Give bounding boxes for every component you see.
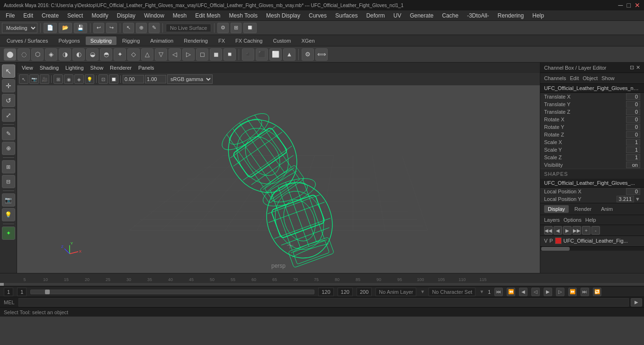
vp-light-btn[interactable]: 💡 (85, 74, 94, 84)
paint-button[interactable]: ✎ (149, 23, 160, 33)
menu-cache[interactable]: Cache (438, 11, 462, 20)
menu-edit-mesh[interactable]: Edit Mesh (191, 11, 224, 20)
layer-scroll-thumb[interactable] (541, 247, 570, 251)
timeline-slider[interactable] (30, 290, 314, 294)
sculpt-sym[interactable]: ⟺ (315, 48, 328, 61)
sculpt-settings[interactable]: ⚙ (302, 48, 314, 61)
range-start-field[interactable]: 1 (17, 288, 27, 296)
tab-options[interactable]: Options (564, 217, 581, 223)
viewport-menu-renderer[interactable]: Renderer (107, 64, 134, 71)
viewport-menu-shading[interactable]: Shading (37, 64, 62, 71)
sculpt-erase[interactable]: ⬜ (269, 48, 282, 61)
step-forward-button[interactable]: ▷ (556, 288, 564, 296)
mel-input[interactable] (18, 298, 629, 307)
tab-curves-surfaces[interactable]: Curves / Surfaces (2, 36, 53, 45)
local-posy-expand[interactable]: ▼ (635, 196, 640, 202)
select-tool-button[interactable]: ↖ (2, 64, 15, 78)
loop-button[interactable]: 🔁 (593, 288, 601, 296)
rotate-tool-button[interactable]: ↺ (2, 94, 15, 107)
menu-surfaces[interactable]: Surfaces (331, 11, 361, 20)
menu-generate[interactable]: Generate (406, 11, 437, 20)
sculpt-repeat[interactable]: ◓ (100, 48, 112, 61)
viewport-menu-lighting[interactable]: Lighting (63, 64, 87, 71)
tab-anim[interactable]: Anim (597, 205, 617, 213)
second-value-field[interactable]: 200 (357, 288, 372, 296)
sculpt-foamy[interactable]: ◐ (72, 48, 85, 61)
maximize-button[interactable]: □ (627, 1, 631, 9)
current-frame-field[interactable]: 1 (4, 288, 13, 296)
sculpt-bulge[interactable]: ◻ (196, 48, 208, 61)
menu-help[interactable]: Help (528, 11, 548, 20)
no-char-set-field[interactable]: No Character Set (429, 288, 475, 296)
vp-pos-y[interactable] (145, 75, 166, 83)
undo-button[interactable]: ↩ (93, 23, 104, 33)
menu-edit[interactable]: Edit (19, 11, 37, 20)
menu-mesh-display[interactable]: Mesh Display (262, 11, 304, 20)
channel-box-close[interactable]: ✕ (636, 64, 640, 71)
save-file-button[interactable]: 💾 (74, 23, 87, 33)
menu-window[interactable]: Window (140, 11, 168, 20)
channel-box-expand[interactable]: ⊡ (630, 64, 634, 71)
tab-channels[interactable]: Channels (544, 75, 566, 82)
timeline-playhead[interactable] (0, 283, 4, 286)
tab-custom[interactable]: Custom (268, 36, 296, 45)
sculpt-amplify[interactable]: ◼ (210, 48, 222, 61)
menu-uv[interactable]: UV (390, 11, 405, 20)
timeline-bar[interactable] (0, 283, 644, 286)
vp-tex-btn[interactable]: ◈ (74, 74, 84, 84)
vp-color-space[interactable]: sRGB gamma (167, 74, 213, 84)
sculpt-spray[interactable]: ◒ (86, 48, 98, 61)
sculpt-knife[interactable]: ◁ (169, 48, 181, 61)
vp-select-btn[interactable]: ↖ (19, 74, 28, 84)
vp-wire-btn[interactable]: ⊞ (54, 74, 63, 84)
menu-file[interactable]: File (2, 11, 18, 20)
minimize-button[interactable]: ─ (618, 1, 623, 9)
sculpt-invert[interactable]: ◾ (242, 48, 254, 61)
tab-edit[interactable]: Edit (570, 75, 579, 82)
tab-sculpting[interactable]: Sculpting (86, 36, 116, 45)
viewport-menu-show[interactable]: Show (88, 64, 107, 71)
sculpt-relax[interactable]: ⬤ (4, 48, 16, 61)
sculpt-pinch[interactable]: ◈ (45, 48, 57, 61)
timeline[interactable]: 5 10 15 20 25 30 35 40 45 50 55 60 65 70… (0, 273, 644, 286)
redo-button[interactable]: ↪ (106, 23, 117, 33)
tab-help[interactable]: Help (585, 217, 596, 223)
tab-xgen[interactable]: XGen (296, 36, 319, 45)
sculpt-smear[interactable]: ▷ (182, 48, 195, 61)
tab-object[interactable]: Object (582, 75, 598, 82)
anim-layer-field[interactable]: No Anim Layer (376, 288, 416, 296)
new-file-button[interactable]: 📄 (44, 23, 57, 33)
vp-snap-btn[interactable]: 🔲 (109, 74, 118, 84)
sculpt-scrape[interactable]: △ (141, 48, 153, 61)
vp-persp-btn[interactable]: 🎥 (40, 74, 49, 84)
vp-camera-btn[interactable]: 📷 (29, 74, 39, 84)
snap-point-button[interactable]: ⊞ (2, 160, 15, 173)
layer-next-btn[interactable]: ▶ (563, 226, 572, 235)
tab-fx-caching[interactable]: FX Caching (231, 36, 267, 45)
layer-next2-btn[interactable]: ▶▶ (572, 226, 581, 235)
display-settings-button[interactable]: ⚙ (217, 23, 229, 33)
ufc-logo-button[interactable]: ✦ (2, 227, 15, 240)
scale-tool-button[interactable]: ⤢ (2, 109, 15, 122)
grid-toggle-button[interactable]: ⊞ (231, 23, 242, 33)
play-forward-button[interactable]: ▶ (544, 288, 552, 296)
select-button[interactable]: ↖ (123, 23, 134, 33)
tab-animation[interactable]: Animation (145, 36, 178, 45)
lasso-tool-button[interactable]: ✎ (2, 127, 15, 140)
sculpt-imprint[interactable]: ✦ (114, 48, 126, 61)
menu-rendering[interactable]: Rendering (494, 11, 528, 20)
viewport[interactable]: View Shading Lighting Show Renderer Pane… (17, 63, 540, 273)
tab-fx[interactable]: FX (214, 36, 230, 45)
vp-shade-btn[interactable]: ◉ (64, 74, 73, 84)
play-back-button[interactable]: ◁ (531, 288, 540, 296)
skip-end-button[interactable]: ⏭ (581, 288, 589, 296)
tab-rigging[interactable]: Rigging (117, 36, 144, 45)
tab-layers[interactable]: Layers (544, 217, 560, 223)
move-tool-button[interactable]: ✛ (2, 79, 15, 92)
anim-layer-arrow[interactable]: ▼ (420, 289, 425, 294)
open-file-button[interactable]: 📂 (59, 23, 72, 33)
layer-prev-btn[interactable]: ◀◀ (544, 226, 553, 235)
sculpt-freeze[interactable]: ◽ (224, 48, 236, 61)
tab-render[interactable]: Render (571, 205, 595, 213)
layer-scroll[interactable] (540, 246, 644, 251)
